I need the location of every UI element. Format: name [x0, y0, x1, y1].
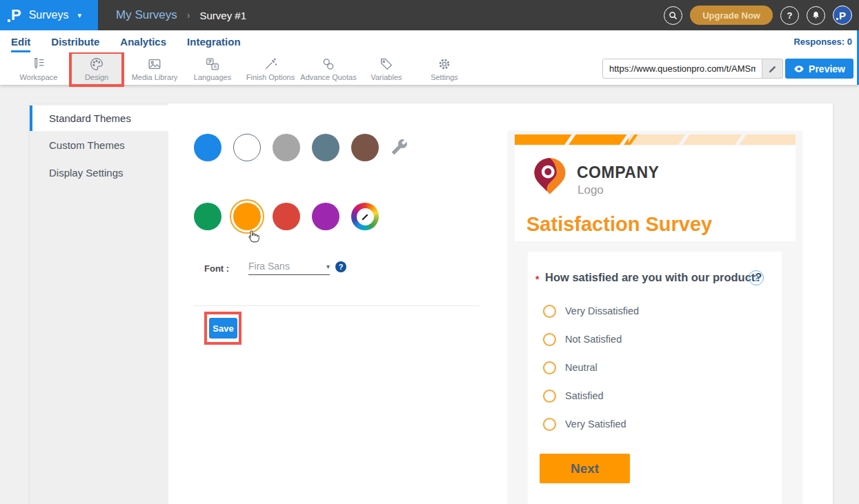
mouse-cursor-hand	[245, 229, 259, 248]
breadcrumb-my-surveys[interactable]: My Surveys	[116, 8, 177, 22]
theme-swatch-red[interactable]	[273, 203, 300, 230]
font-select[interactable]: Fira Sans ▾	[248, 261, 330, 275]
toolbar-label: Advance Quotas	[300, 73, 356, 81]
toolbar-item-media-library[interactable]: Media Library	[126, 54, 184, 84]
option-label: Very Dissatisfied	[565, 305, 639, 316]
responses-count[interactable]: Responses: 0	[793, 37, 852, 47]
edit-toolbar: Workspace Design Media Library A Languag…	[0, 52, 859, 85]
question-help-button[interactable]: ?	[749, 270, 764, 285]
option-neutral[interactable]: Neutral	[543, 360, 598, 375]
toolbar-item-variables[interactable]: Variables	[357, 54, 415, 84]
languages-translate-icon: A	[205, 57, 220, 72]
preview-button[interactable]: Preview	[785, 59, 853, 79]
sidebar-item-display-settings[interactable]: Display Settings	[30, 159, 168, 186]
workspace-pen-icon	[31, 57, 46, 72]
font-help-button[interactable]: ?	[335, 261, 346, 272]
sidebar-item-custom-themes[interactable]: Custom Themes	[30, 131, 168, 159]
company-logo-subtext: Logo	[577, 183, 604, 197]
toolbar-item-settings[interactable]: Settings	[415, 54, 473, 84]
search-icon	[668, 10, 678, 21]
product-menu-label: Surveys	[29, 9, 69, 21]
design-settings-card: Standard Themes Custom Themes Display Se…	[30, 103, 833, 504]
option-label: Neutral	[565, 362, 598, 373]
account-button[interactable]: P	[833, 6, 852, 25]
theme-swatch-steel-blue[interactable]	[312, 134, 339, 161]
search-button[interactable]	[664, 6, 682, 25]
survey-progress-bar	[515, 134, 796, 145]
top-bar: P Surveys ▾ My Surveys › Survey #1 Upgra…	[0, 0, 859, 30]
customize-theme-button[interactable]	[391, 139, 408, 158]
toolbar-label: Design	[85, 73, 108, 81]
breadcrumb-survey-name: Survey #1	[199, 10, 246, 21]
toolbar-label: Variables	[371, 73, 402, 81]
toolbar-label: Finish Options	[246, 73, 295, 81]
theme-swatch-purple[interactable]	[312, 203, 339, 230]
toolbar-item-languages[interactable]: A Languages	[184, 54, 241, 84]
color-wheel-center	[357, 208, 374, 225]
toolbar-item-design[interactable]: Design	[72, 54, 121, 84]
survey-url-group	[602, 59, 783, 79]
advance-quotas-links-icon	[321, 57, 336, 72]
radio-button[interactable]	[543, 333, 556, 346]
radio-button[interactable]	[543, 390, 556, 403]
topbar-actions: Upgrade Now ? P	[664, 0, 852, 30]
theme-swatch-orange-selected[interactable]	[233, 203, 261, 230]
theme-swatch-green[interactable]	[194, 203, 221, 230]
pencil-icon	[361, 212, 370, 221]
media-library-image-icon	[147, 57, 162, 72]
radio-button[interactable]	[543, 418, 556, 431]
wrench-icon	[391, 139, 408, 155]
section-divider	[193, 305, 480, 306]
survey-url-input[interactable]	[602, 59, 762, 79]
help-button[interactable]: ?	[780, 6, 799, 25]
theme-swatch-gray[interactable]	[273, 134, 300, 161]
option-not-satisfied[interactable]: Not Satisfied	[543, 332, 622, 347]
notifications-button[interactable]	[807, 6, 825, 25]
company-logo-text: COMPANY	[577, 163, 659, 182]
option-label: Very Satisfied	[565, 419, 626, 430]
radio-button[interactable]	[543, 305, 556, 318]
question-mark-icon: ?	[787, 10, 793, 21]
toolbar-item-workspace[interactable]: Workspace	[10, 54, 68, 84]
toolbar-label: Workspace	[20, 73, 58, 81]
toolbar-item-advance-quotas[interactable]: Advance Quotas	[299, 54, 357, 84]
toolbar-label: Settings	[431, 73, 458, 81]
next-button[interactable]: Next	[540, 454, 630, 483]
upgrade-now-button[interactable]: Upgrade Now	[690, 6, 773, 25]
toolbar-label: Languages	[194, 73, 231, 81]
themes-sidebar: Standard Themes Custom Themes Display Se…	[30, 103, 168, 504]
survey-preview-panel: COMPANY Logo Satisfaction Survey * How s…	[509, 131, 802, 504]
tab-analytics[interactable]: Analytics	[120, 30, 166, 52]
sidebar-item-standard-themes[interactable]: Standard Themes	[30, 105, 168, 131]
theme-swatch-blue[interactable]	[194, 134, 221, 161]
survey-nav-tabs: Edit Distribute Analytics Integration Re…	[0, 30, 859, 52]
questionpro-design-page: P Surveys ▾ My Surveys › Survey #1 Upgra…	[0, 0, 859, 504]
eye-icon	[793, 63, 804, 74]
theme-swatch-brown[interactable]	[351, 134, 379, 161]
radio-button[interactable]	[543, 361, 556, 374]
question-card: * How satisfied are you with our product…	[528, 252, 782, 504]
question-text: How satisfied are you with our product?	[545, 271, 762, 284]
theme-swatch-white[interactable]	[233, 134, 261, 161]
finish-options-wand-icon	[263, 57, 278, 72]
survey-header: COMPANY Logo Satisfaction Survey	[515, 145, 796, 241]
tab-edit[interactable]: Edit	[11, 30, 30, 52]
pencil-icon	[768, 64, 778, 74]
save-button[interactable]: Save	[209, 318, 237, 339]
survey-title: Satisfaction Survey	[526, 213, 712, 236]
tab-distribute[interactable]: Distribute	[51, 30, 99, 52]
edit-url-button[interactable]	[762, 59, 783, 79]
font-select-value: Fira Sans	[248, 261, 290, 272]
product-menu-surveys[interactable]: P Surveys ▾	[0, 0, 98, 30]
option-very-satisfied[interactable]: Very Satisfied	[543, 416, 626, 432]
option-very-dissatisfied[interactable]: Very Dissatisfied	[543, 303, 639, 319]
custom-color-picker-button[interactable]	[351, 203, 379, 230]
breadcrumb-separator: ›	[187, 10, 190, 21]
chevron-down-icon: ▾	[326, 263, 330, 270]
font-label: Font :	[204, 263, 229, 274]
tab-integration[interactable]: Integration	[187, 30, 241, 52]
toolbar-label: Media Library	[132, 73, 178, 81]
option-satisfied[interactable]: Satisfied	[543, 388, 604, 403]
toolbar-item-finish-options[interactable]: Finish Options	[241, 54, 299, 84]
option-label: Not Satisfied	[565, 334, 622, 345]
